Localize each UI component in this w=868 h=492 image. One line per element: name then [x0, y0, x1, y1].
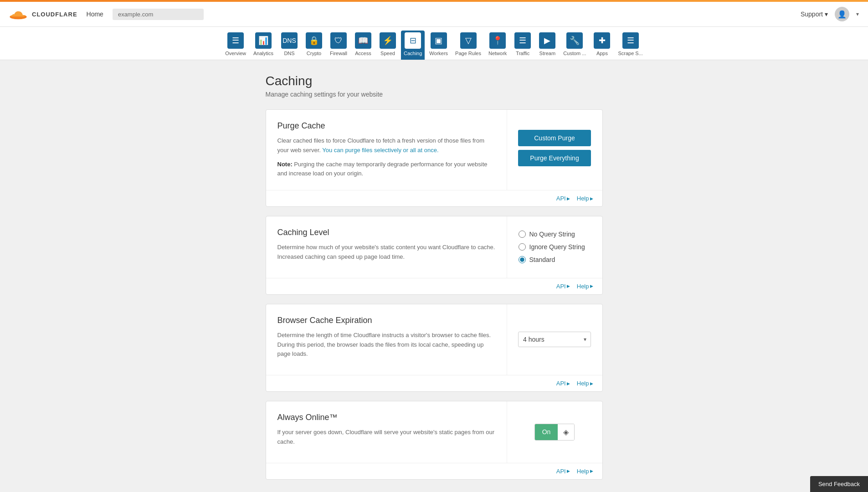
sidebar-item-workers[interactable]: ▣ Workers	[426, 31, 451, 60]
custom-icon: 🔧	[566, 32, 583, 49]
speed-icon: ⚡	[380, 32, 396, 49]
custom-purge-button[interactable]: Custom Purge	[518, 130, 591, 146]
note-text: Purging the cache may temporarily degrad…	[277, 161, 488, 177]
purge-cache-help-link[interactable]: Help	[577, 195, 593, 202]
browser-cache-left: Browser Cache Expiration Determine the l…	[266, 304, 507, 375]
user-account-button[interactable]: 👤	[835, 7, 849, 21]
caching-level-help-link[interactable]: Help	[577, 283, 593, 290]
no-query-string-option[interactable]: No Query String	[519, 231, 575, 238]
traffic-icon: ☰	[514, 32, 531, 49]
purge-cache-left: Purge Cache Clear cached files to force …	[266, 110, 507, 190]
analytics-label: Analytics	[253, 51, 273, 56]
always-online-api-link[interactable]: API	[556, 468, 570, 475]
dns-icon: DNS	[281, 32, 298, 49]
always-online-footer: API Help	[266, 463, 602, 479]
caching-level-description: Determine how much of your website's sta…	[277, 243, 495, 262]
sidebar-item-pagerules[interactable]: ▽ Page Rules	[452, 31, 484, 60]
always-online-right: On ◈	[507, 401, 602, 463]
apps-icon: ✚	[594, 32, 610, 49]
standard-radio[interactable]	[519, 256, 526, 263]
caching-level-footer: API Help	[266, 278, 602, 294]
domain-selector[interactable]: example.com	[113, 9, 204, 20]
sidebar-item-analytics[interactable]: 📊 Analytics	[251, 31, 276, 60]
traffic-label: Traffic	[516, 51, 529, 56]
browser-cache-api-link[interactable]: API	[556, 380, 570, 387]
speed-label: Speed	[380, 51, 395, 56]
caching-level-options: No Query String Ignore Query String Stan…	[519, 231, 591, 263]
workers-icon: ▣	[431, 32, 447, 49]
purge-cache-title: Purge Cache	[277, 121, 495, 131]
purge-everything-button[interactable]: Purge Everything	[518, 150, 591, 166]
browser-cache-description: Determine the length of time Cloudflare …	[277, 331, 495, 359]
access-icon: 📖	[355, 32, 371, 49]
scrape-icon: ☰	[622, 32, 639, 49]
purge-cache-description: Clear cached files to force Cloudflare t…	[277, 136, 495, 155]
send-feedback-button[interactable]: Send Feedback	[810, 476, 868, 492]
sidebar-item-custom[interactable]: 🔧 Custom ...	[560, 31, 589, 60]
caching-level-left: Caching Level Determine how much of your…	[266, 216, 507, 278]
always-online-card: Always Online™ If your server goes down,…	[266, 401, 603, 480]
overview-icon: ☰	[227, 32, 244, 49]
no-query-string-label: No Query String	[529, 231, 575, 238]
sidebar-item-traffic[interactable]: ☰ Traffic	[511, 31, 534, 60]
sidebar-item-apps[interactable]: ✚ Apps	[591, 31, 613, 60]
toggle-on-button[interactable]: On	[535, 424, 558, 440]
purge-selectively-link[interactable]: You can purge files selectively or all a…	[322, 147, 438, 154]
purge-cache-footer: API Help	[266, 190, 602, 206]
ignore-query-string-label: Ignore Query String	[529, 243, 585, 251]
sidebar-item-crypto[interactable]: 🔒 Crypto	[303, 31, 325, 60]
analytics-icon: 📊	[255, 32, 272, 49]
sidebar-item-firewall[interactable]: 🛡 Firewall	[327, 31, 350, 60]
caching-level-body: Caching Level Determine how much of your…	[266, 216, 602, 278]
logo-text: CLOUDFLARE	[32, 11, 77, 18]
purge-cache-note: Note: Purging the cache may temporarily …	[277, 160, 495, 179]
workers-label: Workers	[429, 51, 448, 56]
sidebar-item-access[interactable]: 📖 Access	[352, 31, 375, 60]
firewall-label: Firewall	[330, 51, 347, 56]
caching-level-api-link[interactable]: API	[556, 283, 570, 290]
logo-area: CLOUDFLARE	[9, 8, 77, 20]
browser-cache-help-link[interactable]: Help	[577, 380, 593, 387]
nav-items-list: ☰ Overview 📊 Analytics DNS DNS 🔒 Crypto …	[222, 31, 646, 60]
purge-cache-body: Purge Cache Clear cached files to force …	[266, 110, 602, 190]
browser-cache-select[interactable]: 30 minutes 1 hour 2 hours 4 hours 8 hour…	[518, 332, 591, 347]
home-link[interactable]: Home	[87, 10, 103, 18]
sidebar-item-speed[interactable]: ⚡ Speed	[376, 31, 399, 60]
ignore-query-string-option[interactable]: Ignore Query String	[519, 243, 585, 251]
purge-cache-card: Purge Cache Clear cached files to force …	[266, 109, 603, 207]
sidebar-item-scrape[interactable]: ☰ Scrape S...	[615, 31, 645, 60]
standard-option[interactable]: Standard	[519, 256, 555, 263]
toggle-off-icon: ◈	[563, 428, 569, 436]
caching-icon: ⊟	[405, 32, 421, 49]
browser-cache-right: 30 minutes 1 hour 2 hours 4 hours 8 hour…	[507, 304, 602, 375]
always-online-toggle: On ◈	[534, 424, 575, 441]
main-content: Caching Manage caching settings for your…	[257, 60, 612, 492]
caching-label: Caching	[404, 51, 422, 56]
pagerules-label: Page Rules	[455, 51, 481, 56]
browser-cache-select-wrapper: 30 minutes 1 hour 2 hours 4 hours 8 hour…	[518, 332, 591, 347]
crypto-icon: 🔒	[306, 32, 322, 49]
note-label: Note:	[277, 161, 293, 168]
purge-cache-right: Custom Purge Purge Everything	[507, 110, 602, 190]
sidebar-item-stream[interactable]: ▶ Stream	[536, 31, 559, 60]
always-online-title: Always Online™	[277, 413, 495, 422]
always-online-help-link[interactable]: Help	[577, 468, 593, 475]
purge-cache-api-link[interactable]: API	[556, 195, 570, 202]
sidebar-item-caching[interactable]: ⊟ Caching	[401, 31, 425, 60]
scrape-label: Scrape S...	[618, 51, 642, 56]
navigation-bar: ☰ Overview 📊 Analytics DNS DNS 🔒 Crypto …	[0, 27, 868, 60]
sidebar-item-network[interactable]: 📍 Network	[486, 31, 509, 60]
header-right: Support ▾ 👤 ▾	[801, 7, 859, 21]
support-button[interactable]: Support ▾	[801, 10, 828, 18]
always-online-description: If your server goes down, Cloudflare wil…	[277, 428, 495, 447]
toggle-off-button[interactable]: ◈	[558, 424, 574, 440]
ignore-query-string-radio[interactable]	[519, 243, 526, 251]
no-query-string-radio[interactable]	[519, 231, 526, 238]
header: CLOUDFLARE Home example.com Support ▾ 👤 …	[0, 2, 868, 27]
network-icon: 📍	[489, 32, 506, 49]
sidebar-item-dns[interactable]: DNS DNS	[278, 31, 301, 60]
sidebar-item-overview[interactable]: ☰ Overview	[222, 31, 249, 60]
crypto-label: Crypto	[307, 51, 321, 56]
stream-label: Stream	[539, 51, 555, 56]
stream-icon: ▶	[539, 32, 555, 49]
